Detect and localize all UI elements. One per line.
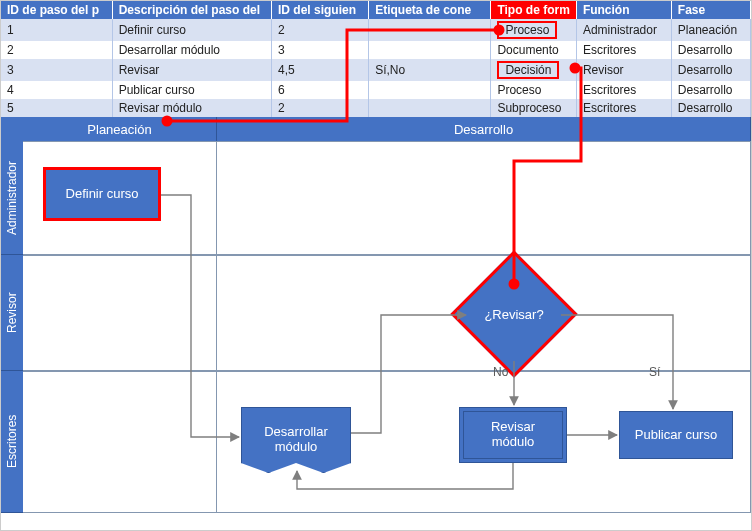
edge-label-no: No: [493, 365, 508, 379]
lane-writers: Escritores: [1, 371, 23, 513]
col-shape-type[interactable]: Tipo de form: [491, 1, 576, 19]
col-next-id[interactable]: ID del siguien: [271, 1, 368, 19]
col-phase[interactable]: Fase: [671, 1, 750, 19]
col-step-id[interactable]: ID de paso del p: [1, 1, 112, 19]
table-row[interactable]: 5Revisar módulo2SubprocesoEscritoresDesa…: [1, 99, 751, 117]
node-review-module[interactable]: Revisarmódulo: [459, 407, 567, 463]
col-role[interactable]: Función: [576, 1, 671, 19]
table-row[interactable]: 2Desarrollar módulo3DocumentoEscritoresD…: [1, 41, 751, 59]
node-define-course[interactable]: Definir curso: [43, 167, 161, 221]
col-step-desc[interactable]: Descripción del paso del: [112, 1, 271, 19]
swimlane-diagram: Planeación Desarrollo Administrador Revi…: [1, 117, 751, 513]
lane-reviewer: Revisor: [1, 255, 23, 371]
table-row[interactable]: 4Publicar curso6ProcesoEscritoresDesarro…: [1, 81, 751, 99]
lane-admin: Administrador: [1, 141, 23, 255]
process-table: ID de paso del p Descripción del paso de…: [1, 1, 751, 117]
edge-label-si: Sí: [649, 365, 660, 379]
table-row[interactable]: 1Definir curso2ProcesoAdministradorPlane…: [1, 19, 751, 41]
node-publish-course[interactable]: Publicar curso: [619, 411, 733, 459]
col-connector-label[interactable]: Etiqueta de cone: [369, 1, 491, 19]
phase-dev: Desarrollo: [217, 117, 751, 141]
table-row[interactable]: 3Revisar4,5Sí,NoDecisiónRevisorDesarroll…: [1, 59, 751, 81]
phase-plan: Planeación: [23, 117, 217, 141]
